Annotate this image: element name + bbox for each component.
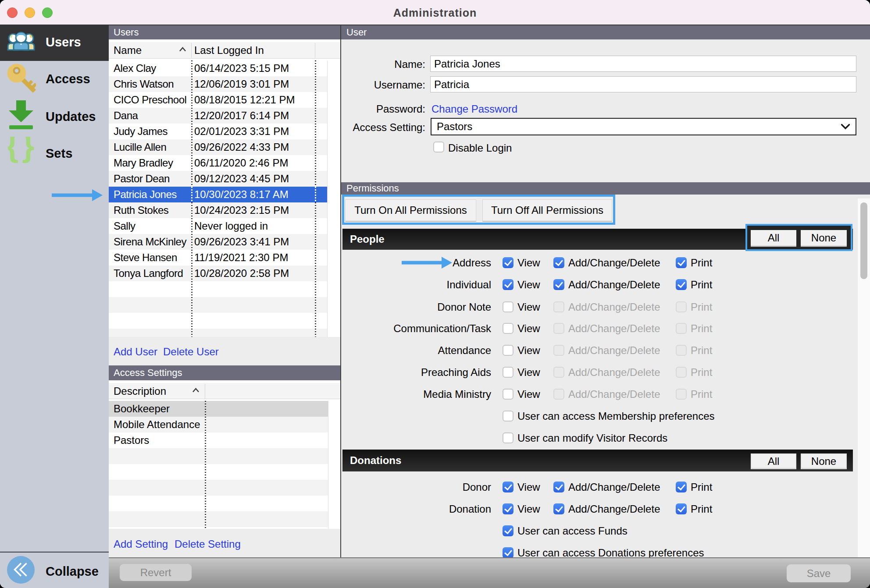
svg-text:{: { [8,137,18,163]
svg-text:}: } [22,137,34,163]
